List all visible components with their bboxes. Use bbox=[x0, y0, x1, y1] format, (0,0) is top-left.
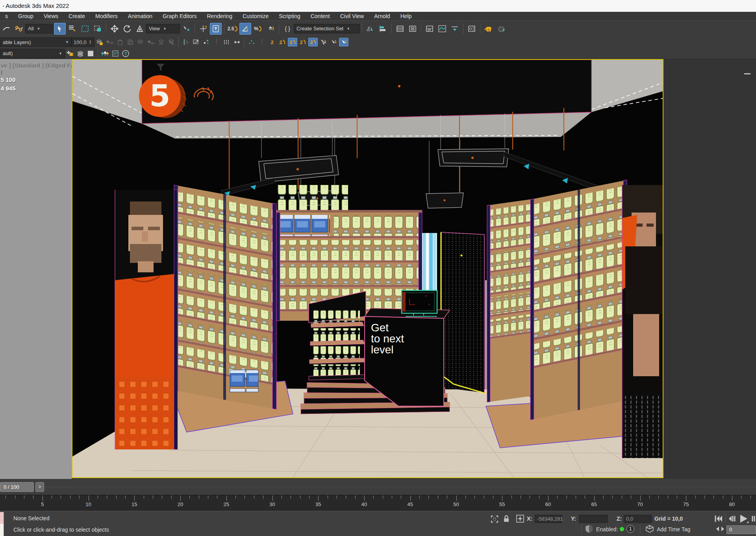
select-and-rotate-button[interactable] bbox=[121, 23, 133, 35]
add-time-tag-label[interactable]: Add Time Tag bbox=[657, 526, 690, 532]
maxscript-mini-listener-input[interactable] bbox=[0, 524, 4, 536]
snap-2d-dots-button[interactable]: 2 bbox=[267, 38, 277, 46]
menu-item[interactable]: Views bbox=[39, 12, 63, 20]
select-object-button[interactable] bbox=[54, 23, 66, 35]
x-coord-field[interactable]: -58348,281 bbox=[535, 515, 562, 523]
render-setup-button[interactable] bbox=[483, 23, 495, 35]
isolate-white-button[interactable] bbox=[86, 49, 95, 58]
next-frame-button-clipped[interactable] bbox=[751, 514, 756, 524]
transparency-spinner[interactable]: 100,0 ▲▼ bbox=[72, 37, 94, 47]
viewport-filter-funnel-icon[interactable] bbox=[156, 63, 165, 72]
undo-curve-icon[interactable] bbox=[0, 23, 12, 35]
create-layer-button[interactable] bbox=[105, 38, 115, 46]
absolute-relative-coords-icon[interactable] bbox=[516, 515, 524, 524]
reference-coordinate-dropdown[interactable]: View ▼ bbox=[146, 24, 180, 33]
freeze-layer-button[interactable] bbox=[156, 38, 166, 46]
menu-item[interactable]: Content bbox=[306, 12, 335, 20]
menu-item[interactable]: Help bbox=[395, 12, 417, 20]
snaps-toggle-25-button[interactable]: 2.5 bbox=[227, 23, 239, 35]
selection-filter-dropdown[interactable]: All ▼ bbox=[25, 24, 54, 33]
snap-25d-active-button[interactable]: 2 bbox=[288, 38, 297, 46]
menu-item[interactable]: Animation bbox=[123, 12, 158, 20]
snap-bounding-box-icon[interactable] bbox=[191, 38, 201, 46]
set-current-layer-button[interactable] bbox=[146, 38, 156, 46]
previous-frame-button[interactable] bbox=[728, 514, 736, 524]
menu-item[interactable]: Create bbox=[63, 12, 90, 20]
spinner-snap-toggle-button[interactable] bbox=[265, 23, 276, 35]
angle-snap-toggle-button[interactable] bbox=[239, 23, 251, 35]
rendered-frame-window-button[interactable] bbox=[495, 23, 507, 35]
menu-item[interactable]: Civil View bbox=[335, 12, 369, 20]
select-and-manipulate-button[interactable] bbox=[197, 23, 209, 35]
layers-list-dropdown[interactable]: able Layers) ▼ bbox=[0, 37, 72, 47]
go-to-start-button[interactable] bbox=[714, 514, 723, 524]
track-bar-ruler[interactable]: 5101520253035404550556065707580 bbox=[0, 495, 756, 511]
time-slider-track[interactable] bbox=[0, 487, 756, 487]
keyboard-override-toggle[interactable] bbox=[210, 23, 222, 35]
snap-override-active-button[interactable] bbox=[339, 38, 348, 46]
named-selection-set-dropdown[interactable]: Create Selection Set ▼ bbox=[294, 24, 360, 33]
next-frame-button[interactable]: > bbox=[35, 482, 44, 492]
menu-item[interactable]: Group bbox=[13, 12, 39, 20]
menu-item[interactable]: Arnold bbox=[369, 12, 395, 20]
percent-snap-toggle-button[interactable]: % bbox=[252, 23, 264, 35]
layer-stack-button[interactable] bbox=[76, 49, 85, 58]
snap-cursor2-icon[interactable] bbox=[329, 38, 338, 46]
window-crossing-button[interactable] bbox=[92, 23, 104, 35]
use-pivot-center-button[interactable] bbox=[180, 23, 192, 35]
toggle-scene-explorer-button[interactable] bbox=[394, 23, 406, 35]
snap-midpoint-icon[interactable] bbox=[247, 38, 256, 46]
add-selection-to-layer-button[interactable] bbox=[65, 49, 75, 58]
active-perspective-viewport[interactable]: 5 bbox=[72, 59, 663, 478]
select-objects-in-layer-button[interactable] bbox=[136, 38, 145, 46]
selection-lock-icon[interactable] bbox=[503, 515, 510, 524]
secondary-viewport[interactable]: ve ] [Standard ] [Edged Faces ] l 5 100 … bbox=[0, 59, 72, 479]
current-frame-field[interactable]: 0 bbox=[726, 525, 756, 534]
z-coord-field[interactable]: 0,0 bbox=[624, 515, 652, 523]
menu-item[interactable]: Rendering bbox=[202, 12, 237, 20]
snap-3d-button[interactable]: 2 bbox=[298, 38, 308, 46]
snap-angle-active-button[interactable]: 2 bbox=[308, 38, 318, 46]
select-by-name-button[interactable] bbox=[67, 23, 78, 35]
delete-layer-button[interactable] bbox=[115, 38, 125, 46]
rectangular-selection-region-button[interactable] bbox=[79, 23, 91, 35]
material-editor-button[interactable] bbox=[466, 23, 478, 35]
time-tag-cube-icon[interactable] bbox=[646, 525, 654, 534]
select-and-scale-button[interactable] bbox=[134, 23, 146, 35]
help-circle-button[interactable]: ? bbox=[121, 49, 130, 58]
curve-editor-button[interactable] bbox=[436, 23, 448, 35]
menu-item[interactable]: Graph Editors bbox=[158, 12, 202, 20]
populate-trees-icon[interactable] bbox=[100, 49, 110, 58]
spinner-arrows-icon[interactable]: ▲▼ bbox=[89, 40, 92, 44]
time-slider-handle[interactable]: 0 / 100 bbox=[0, 482, 34, 492]
enabled-count-badge[interactable]: 1 bbox=[626, 525, 634, 533]
snap-pivot-icon[interactable] bbox=[181, 38, 191, 46]
snap-2d-hook-button[interactable]: 2 bbox=[278, 38, 287, 46]
snap-endpoints-icon[interactable] bbox=[232, 38, 242, 46]
select-and-move-button[interactable] bbox=[109, 23, 120, 35]
graphite-ribbon-button[interactable] bbox=[424, 23, 435, 35]
menu-item[interactable]: Customize bbox=[237, 12, 274, 20]
frame-nav-arrows-icon[interactable] bbox=[716, 526, 724, 533]
toggle-layer-explorer-button[interactable] bbox=[407, 23, 419, 35]
mirror-button[interactable] bbox=[365, 23, 376, 35]
align-button[interactable] bbox=[377, 23, 389, 35]
schematic-view-button[interactable] bbox=[449, 23, 461, 35]
layer-manager-button[interactable] bbox=[95, 38, 104, 46]
active-layer-dropdown[interactable]: ault) ▼ bbox=[0, 49, 65, 58]
snap-cursor-icon[interactable] bbox=[319, 38, 328, 46]
notes-list-icon[interactable] bbox=[111, 49, 120, 58]
animation-shield-icon[interactable] bbox=[585, 525, 593, 534]
snap-grid-points-icon[interactable] bbox=[202, 38, 211, 46]
select-and-link-icon[interactable] bbox=[13, 23, 25, 35]
menu-item-clipped[interactable]: s bbox=[0, 12, 13, 20]
hide-layer-button[interactable] bbox=[167, 38, 176, 46]
add-to-layer-button[interactable] bbox=[126, 38, 135, 46]
snap-grid-array-icon[interactable] bbox=[222, 38, 232, 46]
y-coord-field[interactable] bbox=[579, 515, 608, 523]
menu-item[interactable]: Scripting bbox=[274, 12, 305, 20]
menu-item[interactable]: Modifiers bbox=[90, 12, 123, 20]
play-animation-button[interactable] bbox=[739, 514, 749, 525]
isolate-selection-icon[interactable] bbox=[491, 515, 498, 524]
edit-named-selection-sets-button[interactable]: { } bbox=[282, 23, 293, 35]
